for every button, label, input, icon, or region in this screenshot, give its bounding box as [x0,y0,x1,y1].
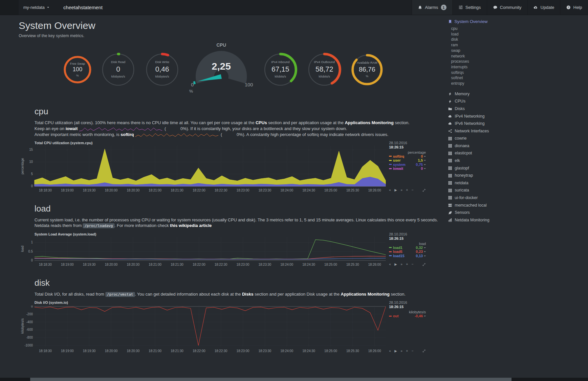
sparkline-iowait[interactable] [79,126,163,132]
sidebar-subitem-load[interactable]: load [451,32,520,37]
sidebar-subitem-network[interactable]: network [451,54,520,59]
minus-icon[interactable]: − [412,263,414,266]
bold-term-link[interactable]: Disks [242,292,253,297]
resize-icon[interactable] [422,189,426,192]
backward-icon[interactable]: « [389,263,391,266]
chart-legend: 28.10.201618:26:15kilobytes/sout-0,46 [389,301,426,318]
bold-term-link[interactable]: Applications Monitoring [345,120,394,125]
gauge-cpu[interactable]: CPU2,250100% [188,43,254,97]
sidebar-item-netdata[interactable]: netdata [448,179,520,187]
svg-text:18:23:00: 18:23:00 [236,189,249,192]
nav-button-alarms[interactable]: Alarms1 [412,0,452,15]
sparkline-softirq[interactable] [135,132,219,138]
bold-term-link[interactable]: softirq [120,132,134,137]
legend-dimension-load15[interactable]: load150,13 [389,254,426,258]
nav-button-settings[interactable]: Settings [452,0,487,15]
legend-time: 18:26:15 [389,145,426,149]
plus-icon[interactable]: + [406,349,408,353]
legend-dimension-softirq[interactable]: softirq0 [389,154,426,159]
gauge-available-ram[interactable]: Available RAM86,76% [351,53,383,86]
sections: cpuTotal CPU utilization (all cores). 10… [19,106,428,356]
nav-button-help[interactable]: ?Help [560,0,588,15]
chart-load[interactable]: System Load Average (system.load)load00.… [34,232,428,269]
gauge-ipv4-outbound[interactable]: IPv4 Outbound58,72kilobits/s [307,52,342,87]
plus-icon[interactable]: + [406,189,408,192]
sidebar-item-label: Network Interfaces [455,127,489,135]
nav-button-community[interactable]: Community [487,0,528,15]
section-heading-disk: disk [34,278,428,288]
play-icon[interactable]: ▶ [395,263,397,266]
legend-dimension-iowait[interactable]: iowait0 [389,167,426,171]
sidebar-subitem-processes[interactable]: processes [451,59,520,64]
sidebar-item-sensors[interactable]: Sensors [448,209,520,216]
sidebar-item-network-interfaces[interactable]: Network Interfaces [448,127,520,135]
gauge-ipv4-inbound[interactable]: IPv4 Inbound67,15kilobits/s [263,52,298,87]
sidebar-item-suricata[interactable]: suricata [448,187,520,194]
play-icon[interactable]: ▶ [395,349,397,353]
text-link[interactable]: this wikipedia article [170,223,212,228]
sidebar-item-elasticpot[interactable]: elasticpot [448,149,520,157]
legend-dimension-out[interactable]: out-0,46 [389,314,426,318]
nav-button-update[interactable]: Update [527,0,560,15]
bold-term-link[interactable]: CPUs [255,120,267,125]
sidebar-item-elk[interactable]: elk [448,157,520,165]
bold-term-link[interactable]: Applications Monitoring [341,292,390,297]
sidebar-item-disks[interactable]: Disks [448,105,520,113]
horizontal-scrollbar-thumb[interactable] [30,378,512,381]
forward-icon[interactable]: » [401,263,403,266]
sidebar-item-ui-for-docker[interactable]: ui-for-docker [448,194,520,202]
forward-icon[interactable]: » [401,349,403,353]
svg-text:18:26:00: 18:26:00 [368,263,381,266]
legend-dimension-load1[interactable]: load10,32 [389,246,426,250]
cloud-icon [448,122,452,125]
sidebar-subitem-disk[interactable]: disk [451,37,520,42]
sidebar-subitem-interrupts[interactable]: interrupts [451,64,520,70]
resize-icon[interactable] [422,263,426,266]
sidebar-subitem-softirqs[interactable]: softirqs [451,70,520,76]
minus-icon[interactable]: − [412,349,414,353]
legend-dimension-user[interactable]: user1,5 [389,158,426,163]
chart-cpu[interactable]: Total CPU utilization (system.cpu)percen… [34,141,428,195]
backward-icon[interactable]: « [389,349,391,353]
bold-term-link[interactable]: iowait [66,126,78,131]
sidebar-subitem-softnet[interactable]: softnet [451,75,520,81]
sidebar: System Overviewcpuloaddiskramswapnetwork… [448,19,520,224]
gauge-disk-read[interactable]: Disk Read0kilobytes/s [100,52,136,87]
chart-disk[interactable]: Disk I/O (system.io)kilobytes/s0-200-400… [34,301,428,356]
sidebar-item-label: CPUs [455,98,466,105]
sidebar-item-honeytrap[interactable]: honeytrap [448,172,520,179]
forward-icon[interactable]: » [401,189,403,192]
sidebar-item-dionaea[interactable]: dionaea [448,142,520,150]
sidebar-item-cpus[interactable]: CPUs [448,98,520,105]
svg-text:18:22:30: 18:22:30 [214,189,227,192]
sidebar-subitem-ram[interactable]: ram [451,42,520,48]
sidebar-item-ipv4-networking[interactable]: IPv4 Networking [448,113,520,120]
sidebar-item-system-overview[interactable]: System Overview [448,19,520,24]
text-fragment: ( [220,132,222,137]
gauge-disk-write[interactable]: Disk Write0,46kilobytes/s [144,52,180,87]
plus-icon[interactable]: + [406,263,408,266]
sidebar-item-netdata-monitoring[interactable]: Netdata Monitoring [448,216,520,224]
minus-icon[interactable]: − [412,189,414,192]
hostname[interactable]: cheetahstatement [59,0,107,15]
legend-dimension-load5[interactable]: load50,23 [389,250,426,254]
sidebar-subitem-swap[interactable]: swap [451,48,520,54]
section-description: Current system load, i.e. the number of … [34,217,428,229]
sidebar-item-glastopf[interactable]: glastopf [448,165,520,172]
sidebar-item-memcached-local[interactable]: memcached local [448,202,520,209]
sidebar-item-ipv6-networking[interactable]: IPv6 Networking [448,120,520,127]
backward-icon[interactable]: « [389,189,391,192]
sidebar-item-memory[interactable]: Memory [448,90,520,98]
sidebar-subitem-cpu[interactable]: cpu [451,26,520,32]
gauge-free-swap[interactable]: Free Swap100% [63,55,92,84]
play-icon[interactable]: ▶ [395,189,397,192]
resize-icon[interactable] [422,349,426,353]
my-netdata-menu[interactable]: my-netdata [19,0,54,15]
legend-dimension-system[interactable]: system0,75 [389,163,426,167]
legend-swatch [389,168,392,169]
sidebar-subitem-entropy[interactable]: entropy [451,81,520,86]
legend-swatch [389,251,392,252]
sidebar-item-cowrie[interactable]: cowrie [448,135,520,142]
svg-text:18:25:00: 18:25:00 [324,349,337,353]
svg-text:0.5: 0.5 [28,249,33,253]
